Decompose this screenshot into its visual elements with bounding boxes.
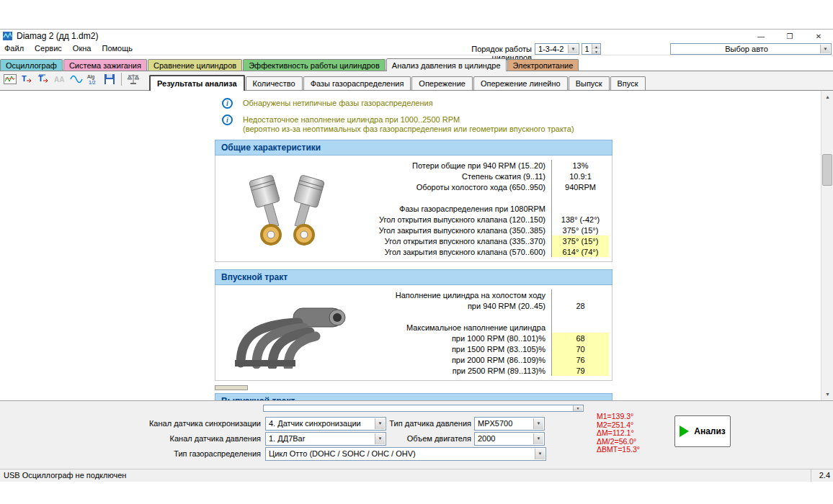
- section-header: Выпускной тракт: [215, 393, 612, 400]
- tab-cylinder-pressure-analysis[interactable]: Анализ давления в цилиндре: [386, 58, 507, 71]
- subtab-valve-timing[interactable]: Фазы газораспределения: [303, 76, 411, 90]
- result-row: при 1500 RPM (83..105)% 70: [355, 343, 609, 354]
- menu-help[interactable]: Помощь: [97, 42, 137, 54]
- warning-row: i Обнаружены нетипичные фазы газораспред…: [222, 98, 833, 109]
- smoothing-wave-icon[interactable]: [69, 72, 84, 86]
- tab-oscilloscope[interactable]: Осциллограф: [0, 59, 63, 71]
- result-row: Наполнение цилиндра на холостом ходу: [355, 289, 609, 300]
- pressure-channel-select[interactable]: 1. ДД7Bar: [265, 432, 386, 446]
- result-row: Фазы газораспределения при 1080RPM: [355, 203, 609, 214]
- result-value: 614° (74°): [551, 246, 609, 257]
- algorithm-icon[interactable]: Alg1/2: [86, 72, 100, 86]
- main-tab-bar: Осциллограф Система зажигания Сравнение …: [0, 58, 833, 71]
- menu-service[interactable]: Сервис: [30, 42, 66, 54]
- result-row: Степень сжатия (9..11) 10.9:1: [355, 171, 609, 181]
- trigger-single-icon[interactable]: T: [19, 72, 34, 86]
- oscillogram-icon[interactable]: [3, 72, 17, 86]
- valve-type-select[interactable]: Цикл Отто (DOHC / SOHC / OHC / OHV): [265, 447, 546, 461]
- section-header: Общие характеристики: [215, 140, 612, 156]
- result-label: при 940 RPM (20..45): [355, 302, 551, 310]
- analyze-button-label: Анализ: [694, 426, 726, 436]
- result-label: Угол закрытия впускного клапана (570..60…: [355, 248, 551, 256]
- tab-power-supply[interactable]: Электропитание: [507, 59, 579, 71]
- close-icon[interactable]: ✕: [804, 30, 833, 42]
- subtab-intake[interactable]: Впуск: [610, 76, 646, 90]
- trigger-repeat-icon[interactable]: T: [36, 72, 50, 86]
- spinner-down-icon[interactable]: ▼: [592, 49, 600, 54]
- cylinder-number-value: 1: [582, 44, 592, 54]
- result-label: Максимальное наполнение цилиндра: [355, 323, 551, 332]
- warning-line: Недостаточное наполнение цилиндра при 10…: [243, 115, 574, 125]
- measurement-value: ΔM=112.1°: [597, 429, 640, 438]
- valve-type-label: Тип газораспределения: [0, 447, 261, 461]
- result-label: Наполнение цилиндра на холостом ходу: [355, 291, 551, 300]
- engine-volume-select[interactable]: 2000: [474, 432, 545, 446]
- section-header: Впускной тракт: [215, 269, 612, 285]
- result-row: Угол открытия впускного клапана (335..37…: [355, 235, 609, 246]
- scroll-up-icon[interactable]: ▲: [821, 91, 833, 103]
- pressure-sensor-type-label: Тип датчика давления: [389, 417, 471, 431]
- menu-bar: Файл Сервис Окна Помощь Порядок работы ц…: [0, 42, 833, 55]
- result-value: 138° (-42°): [551, 214, 609, 225]
- window-controls: — ❐ ✕: [747, 30, 833, 42]
- result-row: при 1000 RPM (80..101)% 68: [355, 333, 609, 343]
- result-row: [355, 311, 609, 322]
- section-general-characteristics: Общие характеристики: [215, 140, 612, 262]
- menu-file[interactable]: Файл: [0, 42, 28, 54]
- version-label: 2.4: [811, 469, 833, 482]
- result-row: Угол закрытия выпускного клапана (350..3…: [355, 225, 609, 235]
- measurement-value: ΔВМТ=15.3°: [597, 446, 640, 454]
- tab-cylinder-comparison[interactable]: Сравнение цилиндров: [148, 59, 242, 71]
- algorithm-line1: Alg: [87, 74, 94, 80]
- analyze-button[interactable]: Анализ: [674, 415, 731, 447]
- result-value: 375° (15°): [551, 235, 609, 246]
- scales-compare-icon[interactable]: [126, 72, 141, 86]
- result-value: 940RPM: [551, 181, 609, 192]
- play-icon: [680, 426, 689, 437]
- result-value: 10.9:1: [551, 171, 609, 181]
- info-icon: i: [222, 98, 233, 109]
- pressure-channel-label: Канал датчика давления: [0, 432, 261, 446]
- subtab-quantity[interactable]: Количество: [246, 76, 303, 90]
- maximize-icon[interactable]: ❐: [775, 30, 804, 42]
- result-value: [551, 192, 609, 203]
- preset-select[interactable]: [263, 405, 584, 412]
- menu-windows[interactable]: Окна: [68, 42, 96, 54]
- tab-ignition-system[interactable]: Система зажигания: [63, 59, 147, 71]
- result-value: [551, 311, 609, 322]
- result-label: при 2000 RPM (86..109)%: [355, 356, 551, 364]
- cylinder-number-stepper[interactable]: 1 ▲▼: [582, 43, 601, 55]
- car-select[interactable]: Выбор авто: [670, 43, 832, 55]
- result-value: [551, 289, 609, 300]
- pistons-image: [218, 160, 355, 257]
- result-value: [551, 203, 609, 214]
- subtab-advance-linear[interactable]: Опережение линейно: [473, 76, 568, 90]
- scrollbar-thumb[interactable]: [822, 154, 832, 186]
- cylinder-order-select[interactable]: 1-3-4-2: [535, 43, 579, 55]
- minimize-icon[interactable]: —: [747, 30, 775, 42]
- horizontal-scrollbar-thumb[interactable]: [215, 385, 248, 390]
- result-row: Угол открытия выпускного клапана (120..1…: [355, 214, 609, 225]
- sync-channel-label: Канал датчика синхронизации: [0, 417, 261, 431]
- sync-channel-select[interactable]: 4. Датчик синхронизации: [265, 417, 386, 431]
- save-icon[interactable]: [102, 72, 117, 86]
- result-row: [355, 192, 609, 203]
- subtab-advance[interactable]: Опережение: [411, 76, 473, 90]
- spinner-up-icon[interactable]: ▲: [592, 44, 600, 49]
- tab-cylinder-efficiency[interactable]: Эффективность работы цилиндров: [243, 59, 386, 71]
- scroll-down-icon[interactable]: ▼: [821, 388, 833, 400]
- result-value: [551, 322, 609, 333]
- pressure-sensor-type-select[interactable]: MPX5700: [474, 417, 545, 431]
- vertical-scrollbar[interactable]: ▲ ▼: [821, 91, 833, 400]
- result-value: 13%: [551, 160, 609, 171]
- engine-volume-label: Объем двигателя: [389, 432, 471, 446]
- subtab-analysis-results[interactable]: Результаты анализа: [149, 75, 245, 91]
- result-row: при 2500 RPM (89..113)% 79: [355, 365, 609, 376]
- subtab-exhaust[interactable]: Выпуск: [569, 76, 610, 90]
- status-bar: USB Осциллограф не подключен 2.4: [0, 469, 833, 482]
- result-value: 70: [551, 343, 609, 354]
- result-value: 76: [551, 354, 609, 365]
- measurements-icon[interactable]: AA: [53, 72, 67, 86]
- warning-row: i Недостаточное наполнение цилиндра при …: [222, 114, 833, 134]
- warning-text: Обнаружены нетипичные фазы газораспредел…: [243, 98, 433, 109]
